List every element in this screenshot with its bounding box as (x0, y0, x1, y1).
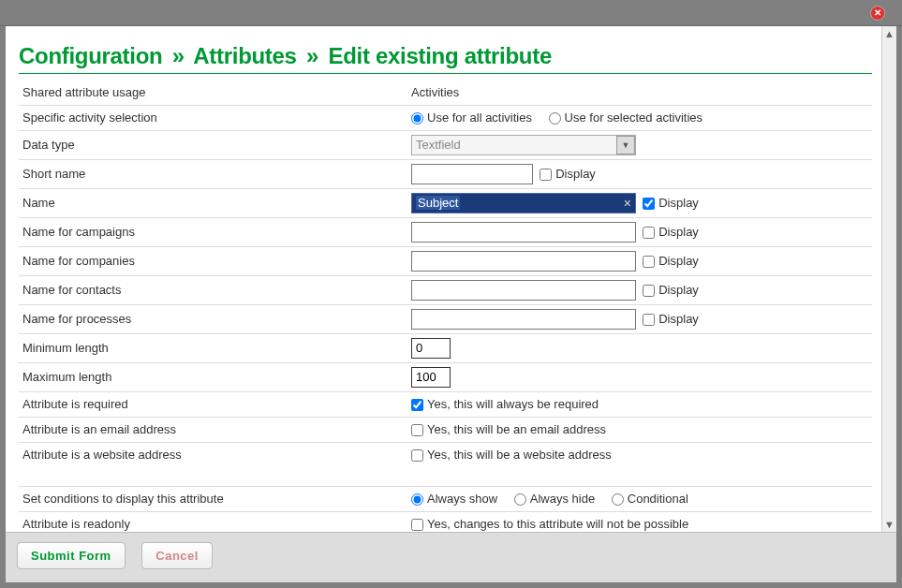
scroll-up-icon[interactable]: ▲ (884, 28, 895, 39)
check-display-contacts[interactable] (643, 285, 655, 297)
scroll-down-icon[interactable]: ▼ (884, 519, 895, 530)
close-icon[interactable]: ✕ (870, 6, 885, 21)
breadcrumb-attributes[interactable]: Attributes (193, 43, 296, 68)
label-name: Name (19, 188, 407, 217)
check-display-processes[interactable] (643, 314, 655, 326)
label-readonly: Attribute is readonly (19, 511, 407, 532)
label-name-contacts: Name for contacts (19, 275, 407, 304)
form-table: Shared attribute usage Activities Specif… (19, 80, 872, 532)
modal-titlebar: ✕ (0, 0, 902, 26)
label-conditions: Set conditions to display this attribute (19, 486, 407, 511)
label-name-processes: Name for processes (19, 304, 407, 333)
input-short-name[interactable] (411, 164, 533, 184)
modal-footer: Submit Form Cancel (6, 532, 896, 582)
check-is-email[interactable] (411, 424, 423, 436)
breadcrumb: Configuration » Attributes » Edit existi… (19, 43, 872, 74)
input-min-length[interactable] (411, 338, 451, 359)
label-is-website: Attribute is a website address (19, 442, 407, 467)
input-max-length[interactable] (411, 367, 451, 388)
check-display-short-name[interactable] (540, 169, 552, 181)
submit-button[interactable]: Submit Form (17, 542, 126, 569)
radio-conditional[interactable] (612, 493, 624, 506)
check-required[interactable] (411, 399, 423, 411)
label-required: Attribute is required (19, 391, 407, 417)
input-name-processes[interactable] (411, 309, 636, 330)
check-display-companies[interactable] (643, 256, 655, 268)
radio-use-selected[interactable] (549, 112, 561, 125)
label-min-length: Minimum length (19, 333, 407, 362)
label-data-type: Data type (19, 130, 407, 159)
check-display-campaigns[interactable] (643, 227, 655, 239)
input-name[interactable]: Subject × (411, 193, 636, 213)
select-data-type[interactable] (411, 135, 636, 155)
input-name-companies[interactable] (411, 251, 636, 272)
breadcrumb-config[interactable]: Configuration (19, 43, 162, 68)
label-activity-selection: Specific activity selection (19, 105, 407, 130)
check-display-name[interactable] (643, 198, 655, 210)
label-name-companies: Name for companies (19, 246, 407, 275)
label-max-length: Maximum length (19, 362, 407, 391)
label-shared-usage: Shared attribute usage (19, 80, 407, 105)
cancel-button[interactable]: Cancel (141, 542, 213, 569)
input-name-campaigns[interactable] (411, 222, 636, 243)
check-readonly[interactable] (411, 519, 423, 531)
scrollbar[interactable]: ▲ ▼ (881, 26, 896, 532)
radio-always-hide[interactable] (514, 493, 526, 506)
breadcrumb-current: Edit existing attribute (328, 43, 551, 68)
clear-icon[interactable]: × (624, 196, 631, 211)
label-activities: Activities (407, 80, 872, 105)
modal-body: ▲ ▼ Configuration » Attributes » Edit ex… (6, 26, 896, 532)
app-window: ✕ ▲ ▼ Configuration » Attributes » Edit … (0, 0, 902, 588)
radio-use-all[interactable] (411, 112, 423, 125)
label-short-name: Short name (19, 159, 407, 188)
label-name-campaigns: Name for campaigns (19, 217, 407, 246)
label-is-email: Attribute is an email address (19, 417, 407, 442)
check-is-website[interactable] (411, 449, 423, 462)
input-name-contacts[interactable] (411, 280, 636, 301)
radio-always-show[interactable] (411, 493, 423, 506)
